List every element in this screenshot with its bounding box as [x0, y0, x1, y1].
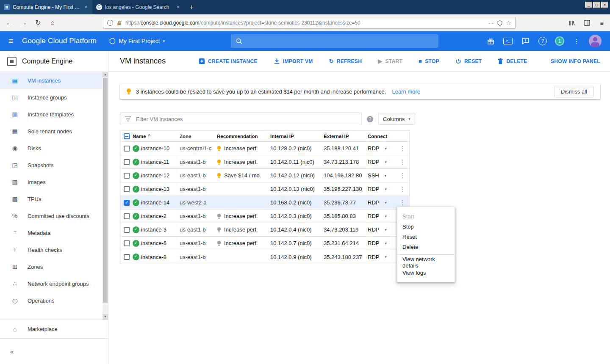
select-all-checkbox[interactable]	[124, 133, 130, 139]
collapse-sidebar-button[interactable]: «	[0, 339, 108, 364]
cloud-shell-icon[interactable]: >_	[503, 36, 513, 46]
row-actions-button[interactable]: ⋮	[396, 199, 409, 207]
instance-name-link[interactable]: instance-2	[141, 213, 180, 219]
row-checkbox[interactable]	[124, 186, 130, 192]
scrollbar-track[interactable]	[103, 77, 108, 314]
sidebar-item-disks[interactable]: ◉Disks	[0, 140, 103, 157]
instance-name-link[interactable]: instance-3	[141, 226, 180, 233]
refresh-button[interactable]: ↻ REFRESH	[329, 58, 362, 64]
vm-row-instance-6[interactable]: instance-6us-east1-bIncrease perf.10.142…	[120, 237, 409, 250]
help-icon[interactable]: ?	[538, 36, 548, 46]
vm-row-instance-2[interactable]: instance-2us-east1-bIncrease perf.10.142…	[120, 210, 409, 223]
vm-row-instance-12[interactable]: instance-12us-east1-bSave $14 / mo10.142…	[120, 169, 409, 182]
create-instance-button[interactable]: CREATE INSTANCE	[199, 58, 258, 64]
row-checkbox[interactable]	[124, 200, 130, 206]
connect-dropdown-caret[interactable]: ▾	[385, 174, 387, 178]
filter-vm-input[interactable]	[136, 116, 357, 122]
row-checkbox[interactable]	[124, 240, 130, 246]
scroll-down-icon[interactable]: ▼	[103, 314, 108, 320]
new-tab-button[interactable]: +	[185, 0, 198, 14]
sidebar-item-network-endpoint-groups[interactable]: ∴Network endpoint groups	[0, 275, 103, 292]
window-minimize-button[interactable]: _	[585, 2, 592, 8]
sidebar-item-instance-groups[interactable]: ◫Instance groups	[0, 89, 103, 106]
row-checkbox[interactable]	[124, 213, 130, 219]
instance-recommendation[interactable]: Increase perf.	[217, 240, 270, 246]
connect-button[interactable]: RDP	[368, 254, 379, 260]
window-maximize-button[interactable]: □	[593, 2, 600, 8]
free-trial-gift-icon[interactable]	[485, 36, 496, 46]
row-actions-button[interactable]: ⋮	[396, 145, 409, 152]
browser-menu-icon[interactable]: ≡	[597, 17, 607, 29]
page-info-icon[interactable]: i	[107, 20, 113, 26]
sidebar-item-vm-instances[interactable]: ▤VM instances	[0, 72, 103, 89]
sidebar-item-marketplace[interactable]: ⌂ Marketplace	[0, 320, 108, 339]
sidebars-icon[interactable]	[582, 17, 591, 29]
connect-button[interactable]: SSH	[368, 172, 379, 179]
sidebar-item-health-checks[interactable]: +Health checks	[0, 241, 103, 258]
vm-row-instance-13[interactable]: instance-13us-east1-b10.142.0.13 (nic0)3…	[120, 182, 409, 196]
connect-button[interactable]: RDP	[368, 199, 379, 206]
browser-tab-inactive[interactable]: G los angeles - Google Search ×	[92, 0, 185, 14]
user-avatar[interactable]	[589, 35, 602, 47]
sidebar-item-operations[interactable]: ◷Operations	[0, 292, 103, 309]
url-text[interactable]: https://console.cloud.google.com/compute…	[125, 20, 485, 26]
forward-button[interactable]: →	[18, 17, 30, 29]
instance-name-link[interactable]: instance-13	[141, 186, 180, 192]
instance-name-link[interactable]: instance-8	[141, 254, 180, 260]
instance-recommendation[interactable]: Increase perf.	[217, 226, 270, 233]
filter-box[interactable]	[120, 113, 362, 125]
window-close-button[interactable]: ×	[601, 2, 608, 8]
connect-button[interactable]: RDP	[368, 213, 379, 219]
row-checkbox[interactable]	[124, 227, 130, 233]
connect-dropdown-caret[interactable]: ▾	[385, 255, 387, 259]
instance-recommendation[interactable]: Increase perf.	[217, 145, 270, 152]
learn-more-link[interactable]: Learn more	[392, 88, 420, 95]
connect-dropdown-caret[interactable]: ▾	[385, 146, 387, 151]
instance-name-link[interactable]: instance-14	[141, 199, 180, 206]
sidebar-item-committed-use-discounts[interactable]: %Committed use discounts	[0, 207, 103, 224]
delete-button[interactable]: DELETE	[498, 58, 527, 64]
scroll-up-icon[interactable]: ▲	[103, 72, 108, 77]
more-options-icon[interactable]: ⋮	[571, 36, 582, 46]
connect-button[interactable]: RDP	[368, 159, 379, 165]
sidebar-item-tpus[interactable]: ▩TPUs	[0, 190, 103, 207]
browser-tab-active[interactable]: Compute Engine - My First Project ×	[0, 0, 92, 14]
dismiss-all-button[interactable]: Dismiss all	[555, 86, 593, 97]
row-checkbox[interactable]	[124, 254, 130, 260]
sidebar-item-instance-templates[interactable]: ▥Instance templates	[0, 106, 103, 123]
context-menu-item-reset[interactable]: Reset	[397, 232, 455, 242]
context-menu-item-stop[interactable]: Stop	[397, 221, 455, 232]
library-icon[interactable]	[567, 17, 576, 29]
insecure-lock-icon[interactable]	[116, 20, 122, 26]
shield-icon[interactable]	[497, 20, 502, 26]
sidebar-item-sole-tenant-nodes[interactable]: ▦Sole tenant nodes	[0, 123, 103, 140]
project-selector[interactable]: My First Project ▾	[109, 38, 165, 44]
console-nav-menu-icon[interactable]: ≡	[6, 36, 22, 46]
feedback-icon[interactable]	[520, 36, 530, 46]
reload-button[interactable]: ↻	[32, 17, 44, 29]
vm-row-instance-10[interactable]: instance-10us-central1-cIncrease perf.10…	[120, 142, 409, 155]
connect-button[interactable]: RDP	[368, 145, 379, 152]
connect-dropdown-caret[interactable]: ▾	[385, 241, 387, 245]
back-button[interactable]: ←	[3, 17, 15, 29]
stop-button[interactable]: ■ STOP	[419, 58, 439, 64]
gcp-brand-logo[interactable]: Google Cloud Platform	[22, 37, 97, 45]
sidebar-item-metadata[interactable]: ≡Metadata	[0, 224, 103, 241]
row-actions-button[interactable]: ⋮	[396, 185, 409, 193]
instance-name-link[interactable]: instance-11	[141, 159, 180, 165]
scrollbar-thumb[interactable]	[103, 78, 108, 303]
row-actions-button[interactable]: ⋮	[396, 172, 409, 179]
vm-row-instance-8[interactable]: instance-8us-east1-b10.142.0.9 (nic0)35.…	[120, 250, 409, 264]
bookmark-star-icon[interactable]: ☆	[506, 19, 511, 26]
show-info-panel-button[interactable]: SHOW INFO PANEL	[551, 58, 600, 64]
sidebar-item-snapshots[interactable]: ◲Snapshots	[0, 157, 103, 174]
vm-row-instance-14[interactable]: instance-14us-west2-a10.168.0.2 (nic0)35…	[120, 196, 409, 210]
row-checkbox[interactable]	[124, 159, 130, 165]
tab-close-icon[interactable]: ×	[175, 4, 181, 10]
notifications-badge[interactable]: 1	[555, 36, 564, 46]
connect-dropdown-caret[interactable]: ▾	[385, 201, 387, 205]
reset-button[interactable]: RESET	[455, 58, 482, 64]
columns-dropdown[interactable]: Columns ▾	[378, 113, 415, 125]
row-actions-button[interactable]: ⋮	[396, 158, 409, 166]
instance-recommendation[interactable]: Save $14 / mo	[217, 172, 270, 179]
